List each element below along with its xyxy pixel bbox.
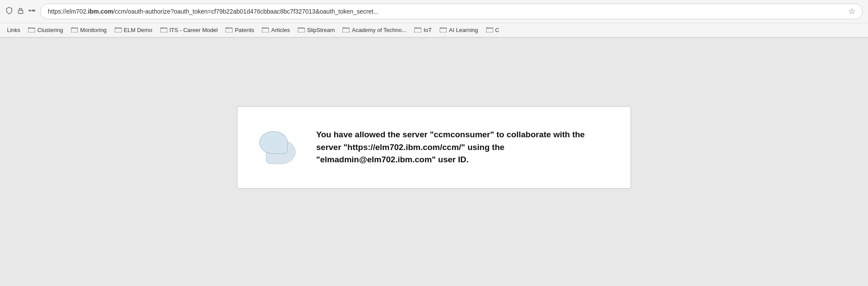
bookmark-item-articles[interactable]: Articles (258, 25, 293, 35)
folder-icon (486, 26, 493, 34)
bookmark-item-ai-learning[interactable]: AI Learning (436, 25, 482, 35)
browser-chrome: https://elm702.ibm.com/ccm/oauth-authori… (0, 0, 868, 38)
bookmark-item-c[interactable]: C (483, 25, 503, 35)
folder-icon (440, 26, 447, 34)
svg-rect-8 (262, 28, 269, 32)
bookmark-item-links[interactable]: Links (4, 25, 24, 35)
bookmark-item-iot[interactable]: IoT (411, 25, 435, 35)
url-display: https://elm702.ibm.com/ccm/oauth-authori… (48, 8, 378, 15)
svg-rect-7 (226, 28, 233, 32)
folder-icon (298, 26, 305, 34)
bookmark-item-slipstream[interactable]: SlipStream (294, 25, 339, 35)
authorization-message: You have allowed the server "ccmconsumer… (316, 129, 609, 166)
svg-rect-3 (28, 28, 35, 32)
folder-icon (28, 26, 35, 34)
bookmark-item-monitoring[interactable]: Monitoring (67, 25, 110, 35)
bookmark-label: Academy of Techno... (352, 27, 406, 33)
svg-rect-5 (115, 28, 122, 32)
folder-icon (226, 26, 233, 34)
svg-rect-11 (414, 28, 421, 32)
bookmark-label: Monitoring (80, 27, 107, 33)
bookmarks-bar: Links Clustering Monitoring (0, 23, 868, 37)
svg-rect-12 (440, 28, 447, 32)
svg-rect-6 (160, 28, 167, 32)
bookmark-item-its-career-model[interactable]: ITS - Career Model (157, 25, 222, 35)
svg-point-1 (29, 10, 30, 11)
bookmark-label: SlipStream (307, 27, 335, 33)
chat-bubbles-icon (259, 131, 299, 164)
tracking-icon (28, 7, 36, 16)
svg-rect-4 (71, 28, 78, 32)
bookmark-label: ITS - Career Model (169, 27, 218, 33)
bookmark-label: AI Learning (449, 27, 478, 33)
bubble-front (259, 131, 288, 154)
bookmark-label: Patents (235, 27, 254, 33)
bookmark-label: Links (7, 27, 20, 33)
bookmark-item-academy-of-techno[interactable]: Academy of Techno... (339, 25, 410, 35)
chat-icon-container (259, 131, 299, 164)
bookmark-item-elm-demo[interactable]: ELM Demo (111, 25, 156, 35)
address-bar-row: https://elm702.ibm.com/ccm/oauth-authori… (0, 0, 868, 23)
shield-icon (5, 7, 13, 16)
folder-icon (71, 26, 78, 34)
svg-rect-13 (486, 28, 493, 32)
message-box: You have allowed the server "ccmconsumer… (237, 106, 631, 189)
bookmark-label: ELM Demo (124, 27, 152, 33)
folder-icon (115, 26, 122, 34)
bookmark-label: C (495, 27, 499, 33)
bookmark-label: Articles (271, 27, 290, 33)
lock-icon (17, 7, 25, 16)
bookmark-label: IoT (423, 27, 432, 33)
bookmark-label: Clustering (37, 27, 63, 33)
folder-icon (160, 26, 167, 34)
svg-rect-9 (298, 28, 305, 32)
page-content: You have allowed the server "ccmconsumer… (0, 38, 868, 257)
bookmark-star-icon[interactable]: ☆ (848, 7, 855, 16)
folder-icon (342, 26, 349, 34)
bookmark-item-patents[interactable]: Patents (222, 25, 258, 35)
folder-icon (414, 26, 421, 34)
address-bar-icons (5, 7, 36, 16)
svg-rect-0 (18, 10, 23, 14)
bookmark-item-clustering[interactable]: Clustering (25, 25, 67, 35)
svg-rect-10 (342, 28, 349, 32)
folder-icon (262, 26, 269, 34)
address-bar-input[interactable]: https://elm702.ibm.com/ccm/oauth-authori… (40, 4, 863, 19)
